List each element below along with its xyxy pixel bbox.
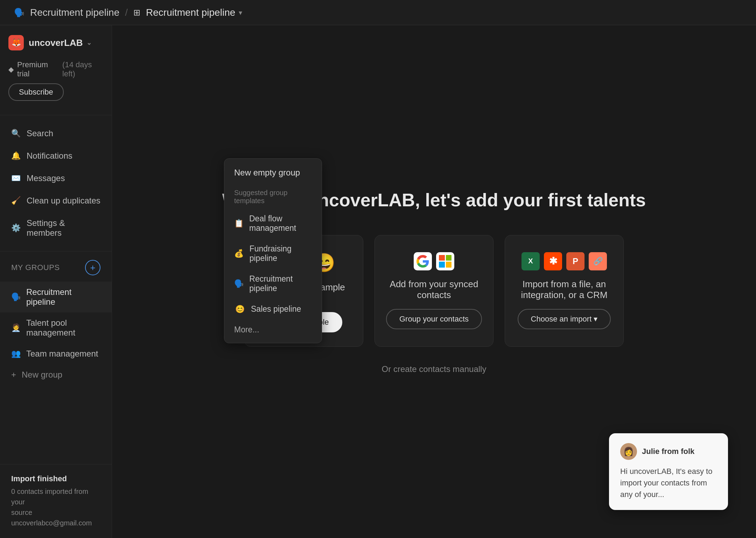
app-name: uncoverLAB ⌄ xyxy=(29,37,92,48)
import-title: Import finished xyxy=(11,474,100,483)
google-icon xyxy=(414,252,432,270)
groups-title: My groups xyxy=(11,263,60,272)
group-item-team[interactable]: 👥 Team management xyxy=(0,343,112,364)
plus-icon: + xyxy=(11,370,16,380)
sidebar-item-notifications[interactable]: 🔔 Notifications xyxy=(0,145,112,167)
import-detail: 0 contacts imported from your source unc… xyxy=(11,486,100,528)
chat-widget[interactable]: 👩 Julie from folk Hi uncoverLAB, It's ea… xyxy=(609,433,728,510)
template-deal[interactable]: 📋 Deal flow management xyxy=(224,208,322,239)
template-sales[interactable]: 😊 Sales pipeline xyxy=(224,299,322,319)
pipeline-icon: 🗣️ xyxy=(14,8,24,18)
integration-icons-synced xyxy=(414,252,454,270)
breadcrumb: 🗣️ Recruitment pipeline / ⊞ Recruitment … xyxy=(14,7,242,18)
trial-text: ◆ Premium trial (14 days left) xyxy=(8,60,103,78)
app-logo[interactable]: 🦊 uncoverLAB ⌄ xyxy=(8,35,103,50)
group-item-recruitment[interactable]: 🗣️ Recruitment pipeline xyxy=(0,282,112,312)
add-group-button[interactable]: + xyxy=(85,260,100,275)
sidebar-item-duplicates[interactable]: 🧹 Clean up duplicates xyxy=(0,189,112,212)
logo-icon: 🦊 xyxy=(8,35,24,50)
fundraising-emoji: 💰 xyxy=(234,249,244,258)
breadcrumb-separator: / xyxy=(125,7,128,18)
search-icon: 🔍 xyxy=(11,129,20,138)
main-layout: 🦊 uncoverLAB ⌄ ◆ Premium trial (14 days … xyxy=(0,25,756,538)
group-item-talent[interactable]: 🧑‍💼 Talent pool management xyxy=(0,312,112,343)
producthunt-icon: P xyxy=(566,252,584,270)
content-area: Welcome uncoverLAB, let's add your first… xyxy=(112,25,756,538)
breadcrumb-current[interactable]: Recruitment pipeline ▾ xyxy=(146,7,242,18)
new-empty-group-item[interactable]: New empty group xyxy=(224,161,322,184)
asterisk-icon: ✱ xyxy=(544,252,562,270)
card-import-title: Import from a file, an integration, or a… xyxy=(518,279,611,301)
sidebar-item-search[interactable]: 🔍 Search xyxy=(0,122,112,145)
recruitment-emoji: 🗣️ xyxy=(234,279,244,288)
chevron-icon: ▾ xyxy=(594,315,597,323)
group-emoji-talent: 🧑‍💼 xyxy=(11,323,21,332)
cleanup-icon: 🧹 xyxy=(11,196,20,205)
group-emoji-recruitment: 🗣️ xyxy=(11,292,21,302)
card-import: X ✱ P 🔗 Import from a file, an integrati… xyxy=(505,235,624,347)
choose-import-button[interactable]: Choose an import ▾ xyxy=(518,309,611,329)
deal-emoji: 📋 xyxy=(234,219,244,228)
chat-message: Hi uncoverLAB, It's easy to import your … xyxy=(620,465,717,500)
groups-header: My groups + xyxy=(0,260,112,282)
chat-avatar: 👩 xyxy=(620,443,637,460)
chat-sender-name: Julie from folk xyxy=(642,447,694,456)
subscribe-button[interactable]: Subscribe xyxy=(8,83,64,101)
sales-emoji: 😊 xyxy=(234,305,245,314)
envelope-icon: ✉️ xyxy=(11,174,20,183)
dropdown-more[interactable]: More... xyxy=(224,319,322,340)
group-contacts-button[interactable]: Group your contacts xyxy=(386,309,482,329)
integration-icons-import: X ✱ P 🔗 xyxy=(522,252,607,270)
new-group-dropdown: New empty group Suggested group template… xyxy=(224,158,322,343)
sidebar-item-settings[interactable]: ⚙️ Settings & members xyxy=(0,212,112,244)
card-synced: Add from your synced contacts Group your… xyxy=(374,235,493,347)
sidebar-item-messages[interactable]: ✉️ Messages xyxy=(0,167,112,189)
new-group-item[interactable]: + New group xyxy=(0,364,112,385)
template-fundraising[interactable]: 💰 Fundraising pipeline xyxy=(224,239,322,269)
import-status: Import finished 0 contacts imported from… xyxy=(11,474,100,528)
table-icon: ⊞ xyxy=(133,8,140,18)
dropdown-section-label: Suggested group templates xyxy=(224,184,322,208)
chat-header: 👩 Julie from folk xyxy=(620,443,717,460)
chevron-down-icon: ▾ xyxy=(239,8,242,17)
sidebar: 🦊 uncoverLAB ⌄ ◆ Premium trial (14 days … xyxy=(0,25,112,538)
microsoft-icon xyxy=(436,252,454,270)
bell-icon: 🔔 xyxy=(11,151,20,160)
diamond-icon: ◆ xyxy=(8,65,14,74)
sidebar-footer: Import finished 0 contacts imported from… xyxy=(0,464,112,538)
top-bar: 🗣️ Recruitment pipeline / ⊞ Recruitment … xyxy=(0,0,756,25)
manual-link[interactable]: Or create contacts manually xyxy=(382,364,486,374)
breadcrumb-parent[interactable]: Recruitment pipeline xyxy=(30,7,119,18)
sidebar-nav: 🔍 Search 🔔 Notifications ✉️ Messages 🧹 C… xyxy=(0,115,112,251)
excel-icon: X xyxy=(522,252,540,270)
sidebar-top: 🦊 uncoverLAB ⌄ ◆ Premium trial (14 days … xyxy=(0,25,112,115)
card-synced-title: Add from your synced contacts xyxy=(387,279,481,301)
trial-badge: ◆ Premium trial (14 days left) Subscribe xyxy=(8,60,103,108)
gear-icon: ⚙️ xyxy=(11,223,20,233)
template-recruitment[interactable]: 🗣️ Recruitment pipeline xyxy=(224,269,322,299)
group-emoji-team: 👥 xyxy=(11,349,21,358)
hubspot-icon: 🔗 xyxy=(589,252,607,270)
app-chevron-icon: ⌄ xyxy=(86,39,92,47)
sidebar-groups: My groups + 🗣️ Recruitment pipeline 🧑‍💼 … xyxy=(0,251,112,464)
